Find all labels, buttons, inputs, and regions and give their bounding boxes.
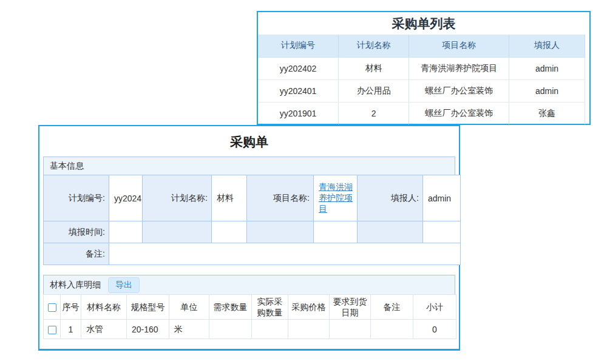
- field-value-project-name: 青海洪湖养护院项目: [314, 175, 358, 221]
- column-header-subtotal: 小计: [413, 295, 456, 320]
- cell-plan-name: 办公用品: [338, 79, 409, 102]
- empty-label-cell: [358, 221, 423, 243]
- column-header-spec-model: 规格型号: [127, 295, 169, 320]
- table-row[interactable]: yy202401 办公用品 螺丝厂办公室装饰 admin: [258, 79, 585, 102]
- column-header-plan-name: 计划名称: [338, 35, 409, 57]
- form-row-fill-time: 填报时间:: [44, 221, 461, 243]
- basic-info-form: 计划编号: yy2024 计划名称: 材料 项目名称: 青海洪湖养护院项目 填报…: [43, 175, 461, 265]
- column-header-actual-qty: 实际采购数量: [252, 295, 288, 320]
- column-header-material-name: 材料名称: [81, 295, 127, 320]
- cell-spec-model: 20-160: [127, 320, 169, 339]
- field-label-plan-name: 计划名称:: [143, 175, 212, 221]
- detail-panel-title: 采购单: [43, 126, 455, 157]
- cell-reporter: 张鑫: [509, 102, 585, 124]
- cell-plan-name: 2: [338, 102, 409, 124]
- basic-info-section-title: 基本信息: [50, 161, 84, 172]
- cell-subtotal: 0: [413, 320, 456, 339]
- row-select-cell: [44, 320, 61, 339]
- field-value-reporter: admin: [423, 175, 461, 221]
- cell-project-name: 青海洪湖养护院项目: [409, 57, 509, 79]
- cell-reporter: admin: [509, 57, 585, 79]
- field-label-plan-no: 计划编号:: [44, 175, 109, 221]
- field-value-plan-name: 材料: [212, 175, 247, 221]
- cell-unit: 米: [169, 320, 209, 339]
- row-checkbox[interactable]: [48, 326, 56, 334]
- empty-value-cell: [314, 221, 358, 243]
- select-all-cell: [44, 295, 61, 320]
- cell-demand-qty: [209, 320, 252, 339]
- select-all-checkbox[interactable]: [48, 303, 56, 312]
- column-header-project-name: 项目名称: [409, 35, 509, 57]
- column-header-demand-qty: 需求数量: [209, 295, 252, 320]
- cell-price: [288, 320, 330, 339]
- cell-reporter: admin: [509, 79, 585, 102]
- column-header-seq: 序号: [61, 295, 81, 320]
- list-panel-title: 采购单列表: [258, 12, 589, 35]
- field-value-fill-time: [109, 221, 143, 243]
- details-row: 1 水管 20-160 米 0: [44, 320, 456, 339]
- details-header-row: 序号 材料名称 规格型号 单位 需求数量 实际采购数量 采购价格 要求到货日期 …: [44, 295, 456, 320]
- empty-value-cell: [212, 221, 247, 243]
- cell-plan-no: yy202402: [258, 57, 338, 79]
- cell-project-name: 螺丝厂办公室装饰: [409, 102, 509, 124]
- purchase-order-list-panel: 采购单列表 计划编号 计划名称 项目名称 填报人 yy202402 材料 青海洪…: [257, 11, 591, 125]
- form-row-1: 计划编号: yy2024 计划名称: 材料 项目名称: 青海洪湖养护院项目 填报…: [44, 175, 461, 221]
- purchase-order-detail-panel: 采购单 基本信息 计划编号: yy2024 计划名称: 材料 项目名称: 青海洪…: [38, 125, 460, 351]
- cell-remark: [371, 320, 413, 339]
- field-value-remark: [109, 243, 461, 265]
- cell-project-name: 螺丝厂办公室装饰: [409, 79, 509, 102]
- column-header-reporter: 填报人: [509, 35, 585, 57]
- empty-label-cell: [247, 221, 314, 243]
- cell-plan-no: yy202401: [258, 79, 338, 102]
- table-row[interactable]: yy202402 材料 青海洪湖养护院项目 admin: [258, 57, 585, 79]
- field-label-fill-time: 填报时间:: [44, 221, 109, 243]
- purchase-order-list-table: 计划编号 计划名称 项目名称 填报人 yy202402 材料 青海洪湖养护院项目…: [258, 35, 585, 124]
- material-details-table: 序号 材料名称 规格型号 单位 需求数量 实际采购数量 采购价格 要求到货日期 …: [43, 294, 456, 339]
- section-gap: [43, 265, 455, 275]
- field-label-reporter: 填报人:: [358, 175, 423, 221]
- project-link[interactable]: 青海洪湖养护院项目: [319, 182, 353, 214]
- column-header-due-date: 要求到货日期: [330, 295, 371, 320]
- field-label-remark: 备注:: [44, 243, 109, 265]
- list-header-row: 计划编号 计划名称 项目名称 填报人: [258, 35, 585, 57]
- field-value-plan-no: yy2024: [109, 175, 143, 221]
- empty-value-cell: [423, 221, 461, 243]
- export-button[interactable]: 导出: [108, 277, 140, 293]
- cell-seq: 1: [61, 320, 81, 339]
- column-header-remark: 备注: [371, 295, 413, 320]
- basic-info-section-bar: 基本信息: [43, 157, 455, 175]
- form-row-remark: 备注:: [44, 243, 461, 265]
- column-header-price: 采购价格: [288, 295, 330, 320]
- field-label-project-name: 项目名称:: [247, 175, 314, 221]
- cell-due-date: [330, 320, 371, 339]
- column-header-plan-no: 计划编号: [258, 35, 338, 57]
- cell-material-name: 水管: [81, 320, 127, 339]
- material-details-section-title: 材料入库明细: [50, 280, 101, 291]
- cell-actual-qty: [252, 320, 288, 339]
- cell-plan-no: yy201901: [258, 102, 338, 124]
- empty-label-cell: [143, 221, 212, 243]
- cell-plan-name: 材料: [338, 57, 409, 79]
- table-row[interactable]: yy201901 2 螺丝厂办公室装饰 张鑫: [258, 102, 585, 124]
- material-details-section-bar: 材料入库明细 导出: [43, 275, 455, 295]
- column-header-unit: 单位: [169, 295, 209, 320]
